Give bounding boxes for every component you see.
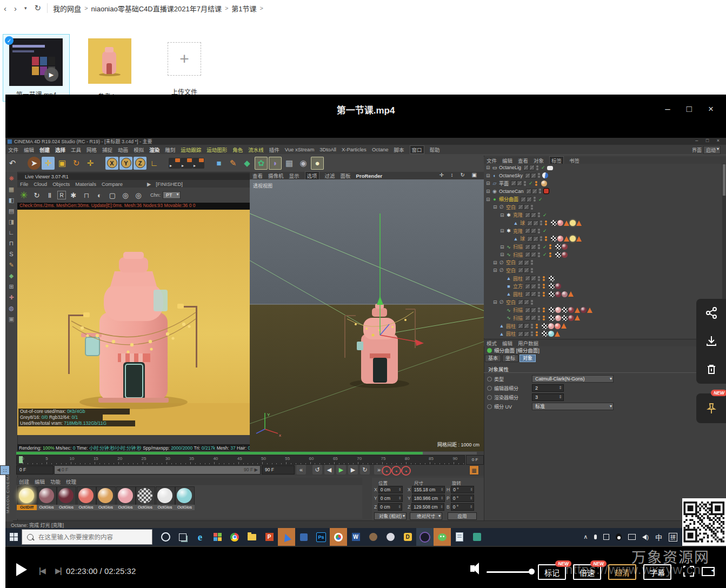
coord-size-dropdown[interactable]: 绝对尺寸	[410, 512, 442, 520]
object-row[interactable]: ⊟✱克隆✓	[500, 211, 548, 219]
ime-mode-icon[interactable]: 拼	[669, 533, 677, 542]
object-row[interactable]: ⊟∅空白	[493, 266, 535, 274]
render-toggle[interactable]	[524, 260, 529, 265]
render-toggle[interactable]	[524, 268, 529, 273]
am-menu-模式[interactable]: 模式	[487, 339, 497, 347]
material-tag-icon[interactable]	[555, 307, 561, 313]
am-menu-用户数据[interactable]: 用户数据	[518, 339, 538, 347]
object-row[interactable]: ⊟∿扫描✓	[500, 243, 568, 251]
timeline-ruler[interactable]: 051015202530354045505560657075808590	[16, 455, 465, 465]
lv-menu-Cloud[interactable]: Cloud	[34, 181, 47, 187]
texture-tag-icon[interactable]	[555, 252, 561, 258]
forward-icon[interactable]: ›	[14, 4, 17, 13]
material-tag-icon[interactable]	[555, 315, 561, 321]
taskbar-app-avatar-app-1[interactable]	[364, 528, 382, 546]
om-menu-查看[interactable]: 查看	[518, 157, 528, 164]
layer-toggle[interactable]	[525, 173, 530, 178]
render-toggle[interactable]	[531, 173, 536, 178]
visibility-dots[interactable]	[538, 252, 541, 257]
c4d-menu-插件[interactable]: 插件	[269, 146, 279, 153]
attribute-tab-基本[interactable]: 基本	[485, 355, 501, 362]
object-row[interactable]: ∿扫描	[500, 306, 592, 314]
attribute-tab-坐标[interactable]: 坐标	[502, 355, 518, 362]
video-thumbnail[interactable]: ▶	[9, 38, 63, 86]
render-view-icon[interactable]: ▸	[169, 158, 181, 169]
region-render-icon[interactable]: R	[57, 191, 66, 199]
render-toggle[interactable]	[533, 220, 538, 226]
c4d-menu-帮助[interactable]: 帮助	[430, 146, 440, 153]
c4d-menu-工具[interactable]: 工具	[71, 146, 81, 153]
palette-stack-icon[interactable]: ▤	[7, 206, 16, 215]
render-toggle[interactable]	[529, 165, 535, 170]
layer-toggle[interactable]	[525, 244, 530, 250]
om-menu-文件[interactable]: 文件	[487, 157, 497, 164]
object-row[interactable]: ⊟∅空白	[493, 203, 535, 211]
render-settings-icon[interactable]: ▸	[181, 158, 192, 169]
volume-slider-handle[interactable]	[529, 569, 535, 574]
phong-tag-icon[interactable]	[568, 291, 574, 297]
light-icon[interactable]: ●	[311, 157, 324, 170]
palette-convert-icon[interactable]: ❋	[7, 174, 16, 183]
taskbar-app-avatar-app-2[interactable]	[382, 528, 399, 546]
visibility-dots[interactable]	[534, 197, 536, 202]
volume-icon[interactable]: )	[642, 534, 649, 540]
taskbar-app-photoshop[interactable]: Ps	[312, 528, 330, 546]
octane-logo-icon[interactable]: ✳	[18, 190, 29, 201]
download-button[interactable]	[696, 327, 726, 355]
viewport-nav-icons[interactable]: ✛ ↕ ↻ ▣	[439, 172, 479, 178]
viewport-canvas[interactable]: Y x 网格间距 : 1000 cm	[250, 179, 484, 451]
render-toggle[interactable]	[517, 181, 522, 186]
am-menu-编辑[interactable]: 编辑	[502, 339, 512, 347]
delete-button[interactable]	[696, 355, 726, 383]
texture-tag-icon[interactable]	[549, 315, 555, 321]
floor-icon[interactable]: ▦	[283, 157, 296, 170]
taskbar-app-notepad[interactable]	[451, 528, 468, 546]
lv-menu-Materials[interactable]: Materials	[75, 181, 96, 187]
sky-tag-icon[interactable]	[542, 172, 548, 178]
interface-selector[interactable]: 界面 启动	[692, 146, 721, 154]
theater-mode-icon[interactable]	[702, 567, 715, 576]
c4d-menu-编辑[interactable]: 编辑	[24, 146, 34, 153]
material-tag-icon[interactable]	[555, 291, 561, 297]
c4d-menu-窗口[interactable]: 窗口	[410, 145, 424, 154]
expand-toggle-icon[interactable]: ⊟	[486, 165, 491, 170]
start-button[interactable]	[5, 528, 22, 546]
layer-toggle[interactable]	[523, 165, 529, 170]
palette-corner-icon[interactable]: ∟	[7, 228, 16, 237]
material-swatch[interactable]: OctGlos	[116, 486, 136, 506]
apply-button[interactable]: 应用	[448, 512, 477, 520]
octane-tag-icon[interactable]	[544, 236, 550, 242]
next-button[interactable]: ▶|	[55, 566, 61, 575]
coord-input[interactable]: 155.18 cm	[412, 486, 445, 493]
visibility-dots[interactable]	[539, 189, 542, 194]
material-tag-icon[interactable]	[555, 323, 561, 329]
generator-icon[interactable]: ◆	[241, 157, 254, 170]
lock-resolution-icon[interactable]: ⊓	[81, 190, 92, 201]
texture-tag-icon[interactable]	[551, 220, 557, 226]
layer-toggle[interactable]	[525, 308, 530, 313]
render-toggle[interactable]	[524, 204, 529, 210]
layer-toggle[interactable]	[518, 331, 523, 337]
c4d-menu-雕刻[interactable]: 雕刻	[165, 146, 175, 153]
visibility-dots[interactable]	[538, 212, 541, 218]
octane-tag-icon[interactable]	[542, 276, 548, 282]
coord-input[interactable]: 180.986 cm	[412, 495, 445, 502]
c4d-menu-脚本[interactable]: 脚本	[394, 146, 404, 153]
picture-viewer-icon[interactable]: ▢	[107, 190, 118, 201]
breadcrumb-item[interactable]: niaoniao零基础C4D直播课2021年7月结课	[91, 3, 222, 14]
select-tool-icon[interactable]: ➤	[28, 157, 41, 170]
object-row[interactable]: ⊟∅空白	[493, 259, 535, 266]
attribute-tab-对象[interactable]: 对象	[519, 355, 536, 362]
channel-selector[interactable]: Chn:PT	[150, 191, 181, 199]
pause-render-icon[interactable]: Ⅱ	[44, 190, 55, 201]
material-menu-纹理[interactable]: 纹理	[66, 478, 76, 485]
restart-render-icon[interactable]: ↻	[31, 190, 42, 201]
seek-bar[interactable]	[5, 546, 726, 547]
play-overlay-icon[interactable]: ▶	[44, 68, 58, 82]
coord-input[interactable]: 0 °	[451, 486, 474, 493]
object-row[interactable]: ▲圆柱	[493, 330, 560, 338]
close-icon[interactable]: ×	[704, 104, 718, 115]
material-ball-icon[interactable]: ◐	[94, 190, 105, 201]
material-swatch[interactable]: OctGlos	[77, 486, 96, 506]
material-tag-icon[interactable]	[548, 331, 554, 337]
